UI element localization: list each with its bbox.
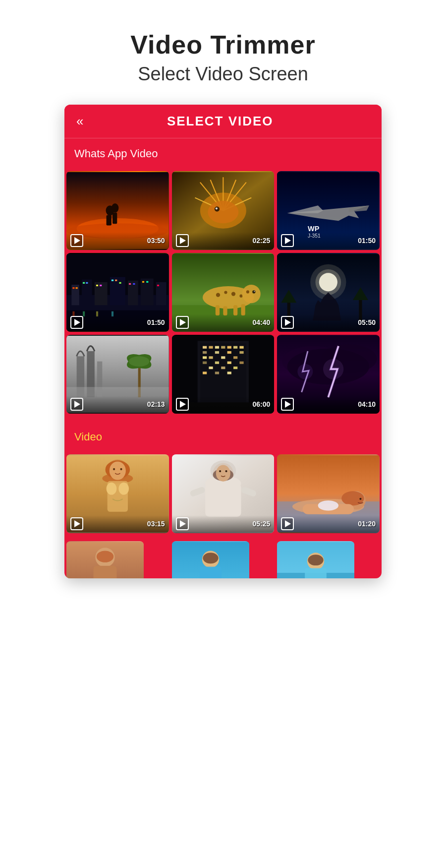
play-icon-12[interactable]	[281, 517, 294, 530]
whatsapp-section-label: Whats App Video	[72, 147, 374, 160]
svg-point-138	[225, 470, 227, 472]
play-icon-1[interactable]	[70, 234, 83, 247]
svg-rect-39	[100, 285, 102, 286]
svg-rect-88	[203, 346, 207, 349]
svg-point-126	[118, 483, 129, 495]
video-thumb-1[interactable]: 03:50	[66, 171, 169, 250]
play-icon-9[interactable]	[281, 398, 294, 411]
play-icon-8[interactable]	[176, 398, 189, 411]
video-thumb-8[interactable]: 06:00	[172, 335, 275, 414]
video-section: Video	[64, 422, 382, 454]
duration-7: 02:13	[147, 400, 165, 408]
svg-point-137	[219, 470, 221, 472]
page-title: Video Trimmer	[130, 30, 315, 60]
svg-rect-160	[305, 568, 327, 578]
svg-rect-94	[239, 346, 243, 349]
video-thumb-9[interactable]: 04:10	[277, 335, 380, 414]
svg-point-58	[231, 292, 235, 296]
video-thumb-2[interactable]: 02:25	[172, 171, 275, 250]
play-icon-10[interactable]	[70, 517, 83, 530]
duration-9: 04:10	[358, 400, 376, 408]
svg-point-129	[120, 468, 122, 470]
svg-point-127	[110, 461, 126, 480]
play-icon-3[interactable]	[281, 234, 294, 247]
svg-point-57	[224, 291, 227, 294]
svg-point-62	[252, 290, 255, 293]
svg-rect-104	[215, 362, 219, 364]
video-thumb-13[interactable]	[66, 541, 144, 578]
svg-rect-5	[107, 215, 112, 226]
svg-rect-106	[239, 362, 243, 364]
svg-rect-92	[227, 346, 231, 349]
svg-rect-95	[203, 351, 207, 354]
duration-4: 01:50	[147, 318, 165, 326]
svg-rect-103	[203, 362, 207, 364]
play-icon-2[interactable]	[176, 234, 189, 247]
duration-1: 03:50	[147, 237, 165, 245]
svg-rect-40	[112, 280, 113, 281]
duration-11: 05:25	[253, 520, 271, 528]
svg-rect-112	[227, 372, 231, 374]
play-icon-5[interactable]	[176, 316, 189, 329]
play-icon-6[interactable]	[281, 316, 294, 329]
svg-point-83	[129, 356, 149, 367]
video-thumb-15[interactable]	[277, 541, 354, 578]
video-grid: 03:15	[64, 454, 382, 541]
svg-point-156	[203, 553, 218, 563]
svg-point-4	[112, 203, 118, 213]
duration-12: 01:20	[358, 520, 376, 528]
svg-point-56	[216, 293, 220, 297]
svg-point-59	[239, 295, 242, 298]
video-thumb-14[interactable]	[172, 541, 249, 578]
svg-rect-111	[215, 372, 219, 374]
video-thumb-7[interactable]: 02:13	[66, 335, 169, 414]
play-icon-4[interactable]	[70, 316, 83, 329]
page-header: Video Trimmer Select Video Screen	[120, 0, 325, 105]
svg-rect-44	[133, 283, 135, 285]
video-thumb-3[interactable]: WP J-351 01:50	[277, 171, 380, 250]
svg-text:WP: WP	[308, 225, 320, 233]
play-icon-7[interactable]	[70, 398, 83, 411]
svg-rect-42	[119, 282, 121, 284]
duration-6: 05:50	[358, 318, 376, 326]
svg-rect-100	[209, 356, 213, 359]
svg-rect-35	[76, 287, 78, 289]
svg-point-16	[208, 201, 238, 223]
video-thumb-12[interactable]: 01:20	[277, 454, 380, 533]
svg-point-61	[246, 290, 249, 293]
svg-rect-37	[86, 282, 88, 284]
video-thumb-4[interactable]: 01:50	[66, 253, 169, 332]
svg-point-60	[242, 285, 260, 303]
svg-rect-151	[94, 566, 117, 578]
partial-video-grid	[64, 541, 382, 578]
duration-8: 06:00	[253, 400, 271, 408]
svg-rect-89	[209, 346, 213, 349]
svg-rect-107	[209, 367, 213, 369]
video-thumb-11[interactable]: 05:25	[172, 454, 275, 533]
duration-2: 02:25	[253, 237, 271, 245]
svg-rect-133	[205, 484, 241, 517]
video-thumb-10[interactable]: 03:15	[66, 454, 169, 533]
svg-rect-6	[112, 213, 117, 224]
app-toolbar: « SELECT VIDEO	[64, 105, 382, 138]
svg-rect-105	[227, 362, 231, 364]
svg-rect-101	[221, 356, 225, 359]
video-thumb-5[interactable]: 04:40	[172, 253, 275, 332]
svg-point-125	[107, 483, 117, 495]
svg-rect-41	[115, 280, 117, 281]
svg-rect-93	[233, 346, 237, 349]
play-icon-11[interactable]	[176, 517, 189, 530]
svg-point-118	[323, 359, 343, 379]
video-thumb-6[interactable]: 05:50	[277, 253, 380, 332]
video-section-label: Video	[72, 431, 374, 443]
duration-10: 03:15	[147, 520, 165, 528]
svg-point-152	[97, 551, 113, 562]
page-subtitle: Select Video Screen	[130, 63, 315, 85]
back-button[interactable]: «	[76, 114, 83, 129]
toolbar-title: SELECT VIDEO	[91, 114, 349, 129]
duration-5: 04:40	[253, 318, 271, 326]
svg-rect-97	[227, 351, 231, 354]
whatsapp-section: Whats App Video	[64, 138, 382, 171]
svg-rect-36	[83, 282, 85, 284]
svg-rect-46	[146, 281, 148, 283]
